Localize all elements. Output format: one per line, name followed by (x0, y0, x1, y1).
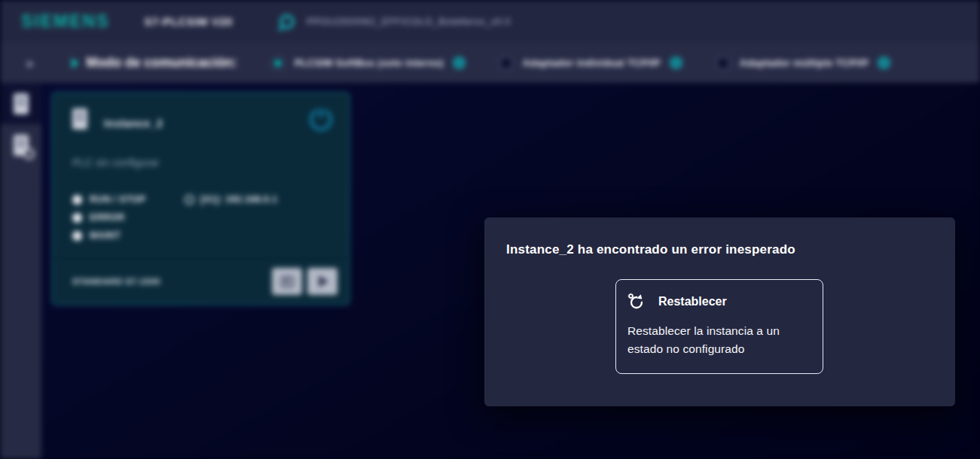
siemens-logo: SIEMENS (21, 11, 110, 32)
option-multi-adapter[interactable]: Adaptador múltiple TCP/IP i (716, 56, 890, 71)
communication-mode-label: Modo de comunicación: (87, 55, 237, 71)
section-arrow-icon[interactable] (72, 58, 79, 68)
play-icon (319, 275, 328, 287)
reset-action-description: Restablecer la instancia a un estado no … (627, 322, 811, 358)
reset-action-header: Restablecer (627, 293, 811, 311)
info-icon[interactable]: i (878, 56, 890, 69)
info-icon[interactable]: i (453, 56, 466, 69)
instance-name: Instance_2 (104, 117, 163, 129)
instance-card-footer: STANDARD S7-1500 (53, 257, 349, 304)
led-maint: MAINT (72, 230, 145, 241)
plc-instances-icon (14, 93, 29, 114)
instance-type: STANDARD S7-1500 (72, 277, 272, 286)
radio-unselected-icon[interactable] (716, 56, 731, 71)
app-title: S7-PLCSIM V20 (145, 15, 233, 28)
snapshot-icon (281, 276, 294, 287)
led-label: MAINT (90, 230, 121, 241)
option-label: Adaptador múltiple TCP/IP (740, 57, 869, 68)
option-plcsim-softbus[interactable]: PLCSIM SoftBus (solo interno) i (270, 56, 466, 71)
network-info: [X1]: 192.168.0.1 (185, 194, 277, 205)
led-dot-icon (72, 213, 82, 223)
power-button[interactable] (310, 108, 332, 131)
led-dot-icon (72, 195, 82, 205)
start-button[interactable] (307, 268, 337, 295)
led-label: ERROR (90, 212, 125, 223)
led-indicators: RUN / STOP ERROR MAINT (72, 194, 145, 248)
plc-icon (72, 108, 87, 129)
error-dialog: Instance_2 ha encontrado un error inespe… (484, 217, 955, 406)
communication-mode-toolbar: » Modo de comunicación: PLCSIM SoftBus (… (0, 43, 980, 83)
option-single-adapter[interactable]: Adaptador individual TCP/IP i (499, 56, 682, 71)
snapshot-button[interactable] (272, 268, 302, 295)
led-error: ERROR (72, 212, 145, 223)
project-search-icon[interactable] (279, 14, 295, 29)
error-dialog-title: Instance_2 ha encontrado un error inespe… (506, 242, 795, 257)
topbar: SIEMENS S7-PLCSIM V20 PPOU2500062_EFFICO… (0, 0, 980, 43)
led-run-stop: RUN / STOP (72, 194, 145, 205)
plc-search-icon (14, 135, 29, 156)
app-window: SIEMENS S7-PLCSIM V20 PPOU2500062_EFFICO… (0, 0, 980, 459)
instance-card-header: Instance_2 (53, 93, 349, 138)
sidebar-item-instances[interactable] (0, 83, 41, 124)
network-address: [X1]: 192.168.0.1 (200, 194, 277, 205)
instance-card: Instance_2 PLC sin configurar RUN / STOP… (51, 92, 350, 305)
instance-status: PLC sin configurar (72, 157, 159, 169)
option-label: PLCSIM SoftBus (solo interno) (295, 57, 444, 68)
network-interface-icon (185, 195, 194, 205)
radio-unselected-icon[interactable] (499, 56, 514, 71)
sidebar-item-search-instances[interactable] (0, 124, 41, 166)
collapse-panel-icon[interactable]: » (26, 55, 34, 71)
led-dot-icon (72, 231, 82, 241)
radio-selected-icon[interactable] (270, 56, 285, 71)
reset-action-label: Restablecer (658, 295, 727, 309)
led-label: RUN / STOP (90, 194, 145, 205)
sidebar (0, 83, 41, 459)
reset-icon (627, 293, 646, 311)
option-label: Adaptador individual TCP/IP (523, 57, 661, 68)
project-name: PPOU2500062_EFFICOLO_Botelleros_v0.0 (307, 16, 511, 27)
reset-action-button[interactable]: Restablecer Restablecer la instancia a u… (615, 279, 823, 374)
info-icon[interactable]: i (670, 56, 682, 69)
